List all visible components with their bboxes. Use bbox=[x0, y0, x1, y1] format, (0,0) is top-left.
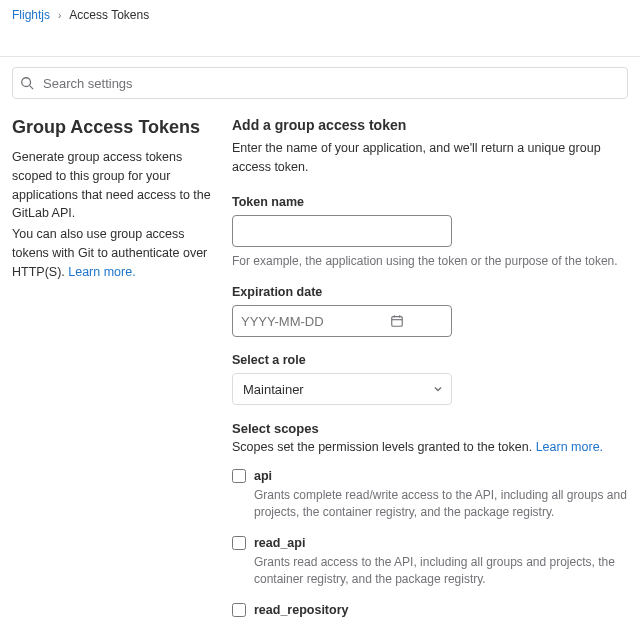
token-name-input[interactable] bbox=[232, 215, 452, 247]
left-desc-1: Generate group access tokens scoped to t… bbox=[12, 148, 212, 223]
token-name-label: Token name bbox=[232, 195, 628, 209]
search-icon bbox=[20, 76, 34, 90]
chevron-right-icon: › bbox=[58, 10, 61, 21]
scope-item: apiGrants complete read/write access to … bbox=[232, 468, 628, 521]
scope-checkbox-read-repository[interactable] bbox=[232, 603, 246, 617]
scope-name: read_repository bbox=[254, 602, 628, 618]
search-settings bbox=[12, 67, 628, 99]
svg-rect-2 bbox=[392, 317, 403, 327]
role-select[interactable]: Maintainer bbox=[232, 373, 452, 405]
scopes-learn-more-link[interactable]: Learn more. bbox=[536, 440, 603, 454]
scopes-label: Select scopes bbox=[232, 421, 628, 436]
calendar-icon[interactable] bbox=[390, 314, 404, 328]
form-desc: Enter the name of your application, and … bbox=[232, 139, 628, 177]
svg-line-1 bbox=[30, 86, 34, 90]
svg-point-0 bbox=[22, 78, 31, 87]
expiration-input[interactable] bbox=[232, 305, 452, 337]
breadcrumb-current: Access Tokens bbox=[69, 8, 149, 22]
left-desc-2: You can also use group access tokens wit… bbox=[12, 225, 212, 281]
scope-item: read_repositoryGrants read-only access t… bbox=[232, 602, 628, 619]
search-input[interactable] bbox=[12, 67, 628, 99]
expiration-label: Expiration date bbox=[232, 285, 628, 299]
form-heading: Add a group access token bbox=[232, 117, 628, 133]
breadcrumb-group-link[interactable]: Flightjs bbox=[12, 8, 50, 22]
token-name-hint: For example, the application using the t… bbox=[232, 253, 628, 270]
role-label: Select a role bbox=[232, 353, 628, 367]
page-title: Group Access Tokens bbox=[12, 117, 212, 138]
scope-desc: Grants read access to the API, including… bbox=[254, 554, 628, 589]
learn-more-link[interactable]: Learn more. bbox=[68, 265, 135, 279]
scope-desc: Grants complete read/write access to the… bbox=[254, 487, 628, 522]
scope-checkbox-api[interactable] bbox=[232, 469, 246, 483]
scope-checkbox-read-api[interactable] bbox=[232, 536, 246, 550]
breadcrumb: Flightjs › Access Tokens bbox=[12, 0, 628, 32]
scope-name: api bbox=[254, 468, 628, 484]
scope-item: read_apiGrants read access to the API, i… bbox=[232, 535, 628, 588]
scope-name: read_api bbox=[254, 535, 628, 551]
scopes-sub: Scopes set the permission levels granted… bbox=[232, 440, 628, 454]
